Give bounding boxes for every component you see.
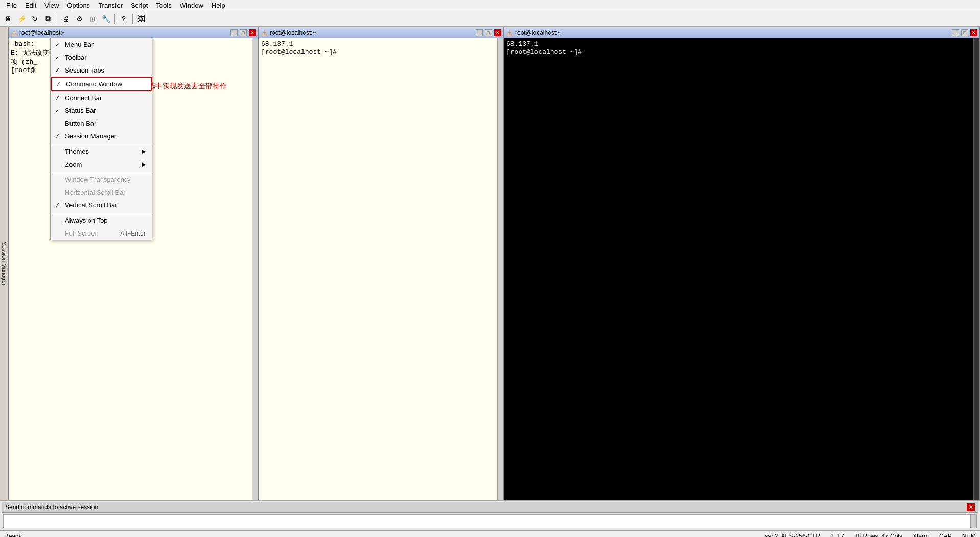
terminal-line: [root@localhost ~]#	[506, 48, 971, 56]
command-bar-header: Send commands to active session ✕	[2, 502, 978, 513]
dropdown-full-screen[interactable]: Full Screen Alt+Enter	[51, 227, 152, 240]
dropdown-themes-label: Themes	[65, 148, 89, 155]
command-bar: Send commands to active session ✕	[0, 500, 980, 530]
menu-tools[interactable]: Tools	[152, 1, 175, 10]
menu-file[interactable]: File	[2, 1, 21, 10]
toolbar-new[interactable]: 🖥	[2, 13, 14, 25]
check-session-tabs: ✓	[55, 67, 60, 74]
check-connect-bar: ✓	[55, 95, 60, 102]
status-ready: Ready	[4, 533, 22, 538]
menu-script[interactable]: Script	[127, 1, 152, 10]
dropdown-sep-3	[51, 213, 152, 213]
terminal-title-3: root@localhost:~	[515, 29, 950, 36]
terminal-content-2[interactable]: 68.137.1 [root@localhost ~]#	[259, 38, 497, 500]
dropdown-toolbar[interactable]: ✓ Toolbar	[51, 51, 152, 64]
terminal-title-2: root@localhost:~	[270, 29, 474, 36]
terminal-window-3: ⚠ root@localhost:~ — □ ✕ 68.137.1 [root@…	[504, 27, 980, 500]
dropdown-vertical-scroll[interactable]: ✓ Vertical Scroll Bar	[51, 199, 152, 212]
dropdown-session-tabs[interactable]: ✓ Session Tabs	[51, 64, 152, 77]
close-btn-2[interactable]: ✕	[494, 29, 501, 36]
dropdown-button-bar[interactable]: Button Bar	[51, 117, 152, 130]
minimize-btn-1[interactable]: —	[230, 29, 238, 36]
command-input-area	[3, 514, 977, 528]
dropdown-sep-1	[51, 144, 152, 144]
status-bar: Ready ssh2: AES-256-CTR 3, 17 38 Rows, 4…	[0, 530, 980, 537]
toolbar-duplicate[interactable]: ⧉	[42, 13, 54, 25]
scrollbar-3[interactable]	[973, 38, 979, 500]
toolbar-refresh[interactable]: ↻	[29, 13, 41, 25]
session-sidebar[interactable]: Session Manager	[0, 27, 8, 500]
check-vertical-scroll: ✓	[55, 202, 60, 209]
toolbar: 🖥 ⚡ ↻ ⧉ 🖨 ⚙ ⊞ 🔧 ? 🖼	[0, 11, 980, 27]
menu-transfer[interactable]: Transfer	[94, 1, 127, 10]
main-area: Session Manager ⚠ root@localhost:~ — □ ✕…	[0, 27, 980, 500]
minimize-btn-3[interactable]: —	[952, 29, 959, 36]
terminal-titlebar-1: ⚠ root@localhost:~ — □ ✕	[9, 27, 258, 38]
scrollbar-2[interactable]	[497, 38, 503, 500]
dropdown-vertical-scroll-label: Vertical Scroll Bar	[65, 201, 118, 209]
warning-icon-2: ⚠	[261, 29, 268, 37]
terminal-line: 68.137.1	[506, 40, 971, 48]
dropdown-window-transparency-label: Window Transparency	[65, 176, 131, 183]
toolbar-image[interactable]: 🖼	[135, 13, 148, 25]
themes-arrow-icon: ▶	[142, 148, 146, 155]
dropdown-always-on-top-label: Always on Top	[65, 217, 108, 224]
dropdown-window-transparency[interactable]: Window Transparency	[51, 173, 152, 186]
toolbar-sep3	[132, 14, 133, 24]
menu-options[interactable]: Options	[63, 1, 94, 10]
check-toolbar: ✓	[55, 54, 60, 61]
dropdown-full-screen-label: Full Screen	[65, 229, 99, 237]
session-sidebar-label: Session Manager	[1, 242, 7, 286]
dropdown-session-manager[interactable]: ✓ Session Manager	[51, 130, 152, 143]
status-cap: CAP	[939, 533, 952, 538]
maximize-btn-1[interactable]: □	[240, 29, 247, 36]
toolbar-print[interactable]: 🖨	[60, 13, 72, 25]
close-btn-3[interactable]: ✕	[970, 29, 977, 36]
minimize-btn-2[interactable]: —	[476, 29, 483, 36]
dropdown-status-bar[interactable]: ✓ Status Bar	[51, 104, 152, 117]
status-position: 3, 17	[830, 533, 844, 538]
terminal-content-3[interactable]: 68.137.1 [root@localhost ~]#	[504, 38, 973, 500]
maximize-btn-3[interactable]: □	[961, 29, 968, 36]
status-size: 38 Rows, 47 Cols	[854, 533, 902, 538]
terminal-line: [root@localhost ~]#	[261, 48, 495, 56]
terminal-line: 68.137.1	[261, 40, 495, 48]
toolbar-sep2	[114, 14, 115, 24]
terminal-titlebar-3: ⚠ root@localhost:~ — □ ✕	[504, 27, 979, 38]
dropdown-horizontal-scroll[interactable]: Horizontal Scroll Bar	[51, 186, 152, 199]
command-input[interactable]	[4, 518, 970, 525]
dropdown-connect-bar[interactable]: ✓ Connect Bar	[51, 91, 152, 104]
toolbar-help[interactable]: ?	[118, 13, 130, 25]
menu-help[interactable]: Help	[207, 1, 229, 10]
full-screen-shortcut: Alt+Enter	[120, 230, 146, 237]
dropdown-themes[interactable]: Themes ▶	[51, 145, 152, 158]
dropdown-zoom[interactable]: Zoom ▶	[51, 158, 152, 171]
command-bar-close[interactable]: ✕	[967, 503, 975, 511]
terminal-window-2: ⚠ root@localhost:~ — □ ✕ 68.137.1 [root@…	[259, 27, 504, 500]
menu-view[interactable]: View	[40, 1, 63, 10]
status-term: Xterm	[913, 533, 929, 538]
toolbar-window[interactable]: ⊞	[86, 13, 99, 25]
menu-window[interactable]: Window	[176, 1, 207, 10]
check-status-bar: ✓	[55, 107, 60, 114]
toolbar-lightning[interactable]: ⚡	[15, 13, 28, 25]
check-session-manager: ✓	[55, 133, 60, 140]
dropdown-toolbar-label: Toolbar	[65, 54, 87, 61]
toolbar-wrench[interactable]: 🔧	[100, 13, 112, 25]
scrollbar-1[interactable]	[252, 38, 258, 500]
terminal-title-1: root@localhost:~	[19, 29, 228, 36]
warning-icon-1: ⚠	[11, 29, 17, 37]
menu-edit[interactable]: Edit	[21, 1, 40, 10]
maximize-btn-2[interactable]: □	[485, 29, 492, 36]
dropdown-button-bar-label: Button Bar	[65, 120, 96, 127]
dropdown-session-manager-label: Session Manager	[65, 132, 116, 140]
dropdown-menu-bar-label: Menu Bar	[65, 41, 94, 49]
command-scrollbar[interactable]	[970, 515, 976, 528]
dropdown-menu-bar[interactable]: ✓ Menu Bar	[51, 38, 152, 51]
status-ssh: ssh2: AES-256-CTR	[765, 533, 820, 538]
dropdown-command-window[interactable]: ✓ Command Window	[51, 77, 152, 91]
status-right: ssh2: AES-256-CTR 3, 17 38 Rows, 47 Cols…	[765, 533, 976, 538]
close-btn-1[interactable]: ✕	[249, 29, 256, 36]
dropdown-always-on-top[interactable]: Always on Top	[51, 214, 152, 227]
toolbar-settings[interactable]: ⚙	[73, 13, 85, 25]
